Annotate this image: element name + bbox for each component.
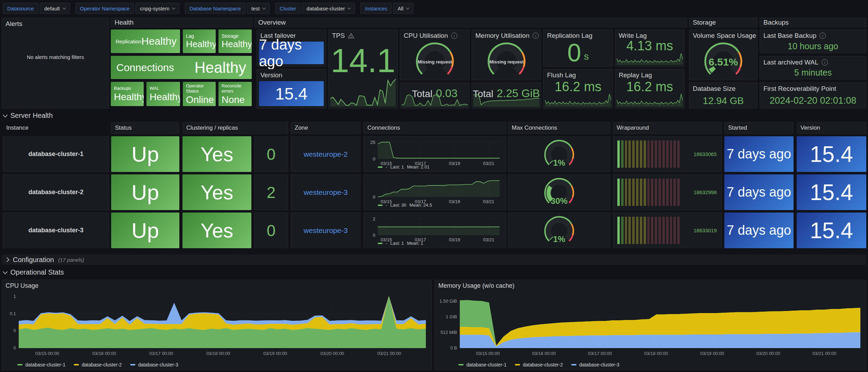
started-tile: 7 days ago (724, 213, 794, 248)
filter-label-operator-namespace[interactable]: Operator Namespace (75, 3, 134, 14)
max-connections-cell: 1% (508, 213, 610, 248)
legend-item-database-cluster-3[interactable]: database-cluster-3 (571, 362, 619, 367)
filter-value-operator-namespace[interactable]: cnpg-system (135, 3, 179, 14)
filter-value-cluster[interactable]: database-cluster (302, 3, 355, 14)
svg-text:03/18 00:00: 03/18 00:00 (206, 351, 230, 356)
replicas-cell: 0 (254, 136, 288, 172)
connections-cell[interactable]: 03/1503/1703/1903/2120-Last: 1Mean: 1 (364, 213, 506, 248)
zone-link[interactable]: westeurope-3 (291, 175, 360, 210)
wraparound-cell: 18633019 (613, 213, 722, 248)
cpu-usage-panel[interactable]: CPU Usage 10.10003/15 00:0003/16 00:0003… (2, 280, 432, 370)
memory-total-panel: Total2.25 GiB (472, 83, 541, 109)
pg-version-value-tile: 15.4 (259, 81, 324, 106)
cpu-total-panel: Total0.03 (400, 83, 469, 109)
svg-text:03/19 00:00: 03/19 00:00 (700, 351, 724, 356)
info-icon[interactable]: i (451, 33, 457, 39)
legend-swatch (130, 364, 135, 365)
wraparound-cell: 18633065 (613, 136, 722, 172)
filter-value-text: default (44, 6, 60, 11)
last-archived-wal-title: Last archived WAL (763, 59, 818, 66)
instance-cell: database-cluster-2 (3, 174, 109, 210)
svg-text:0: 0 (373, 233, 375, 238)
legend-item-database-cluster-2[interactable]: database-cluster-2 (515, 362, 563, 367)
chevron-down-icon (348, 6, 351, 10)
first-recoverability-point-title: First Recoverability Point (760, 83, 866, 95)
svg-text:0: 0 (373, 156, 375, 162)
section-operational-stats[interactable]: Operational Stats (3, 268, 64, 276)
wraparound-bar (644, 179, 646, 206)
legend-label: database-cluster-2 (523, 362, 563, 367)
wraparound-bar (644, 217, 646, 244)
filter-operator-namespace: Operator Namespacecnpg-system (75, 3, 179, 14)
replay-lag-panel: Replay Lag 16.2 ms (615, 69, 684, 109)
health-tile-wal: WALHealthy (146, 82, 180, 106)
column-header-zone: Zone (291, 122, 360, 134)
wraparound-bar (628, 179, 631, 206)
filter-value-datasource[interactable]: default (40, 3, 70, 14)
svg-text:03/15 00:00: 03/15 00:00 (476, 351, 500, 356)
column-header-instance: Instance (3, 122, 109, 134)
cpu-utilisation-gauge: Missing request (400, 40, 469, 80)
section-server-health[interactable]: Server Health (3, 112, 53, 120)
info-icon[interactable]: i (822, 59, 828, 66)
legend-item-database-cluster-1[interactable]: database-cluster-1 (17, 362, 65, 367)
chevron-down-icon (172, 6, 176, 10)
filter-value-instances[interactable]: All (393, 3, 413, 14)
replay-lag-sparkline (617, 93, 683, 107)
health-tile-value: Healthy (186, 40, 213, 49)
connections-legend[interactable]: -Last: 1Mean: 2.01 (378, 164, 429, 170)
legend-series-name: - (386, 164, 387, 170)
column-header-status: Status (111, 122, 179, 134)
connections-legend[interactable]: -Last: 1Mean: 1 (378, 241, 423, 246)
warning-icon[interactable] (348, 33, 354, 38)
zone-link[interactable]: westeurope-3 (291, 213, 360, 248)
health-tile-label: WAL (150, 86, 177, 91)
connections-cell[interactable]: 03/1503/1703/1903/21250-Last: 1Mean: 2.0… (364, 136, 506, 172)
wraparound-bar (625, 140, 627, 168)
memory-usage-panel[interactable]: Memory Usage (w/o cache) 1.50 GiB1 GiB51… (435, 280, 866, 370)
started-tile: 7 days ago (724, 136, 794, 172)
wraparound-bar (636, 140, 638, 168)
connections-legend[interactable]: -Last: 30Mean: 24.5 (378, 202, 432, 208)
wraparound-bars (617, 217, 680, 244)
last-archived-wal-value: 5 minutes (760, 67, 866, 78)
filter-value-database-namespace[interactable]: test (247, 3, 270, 14)
clustering-tile: Yes (182, 174, 251, 210)
wraparound-bar (640, 179, 642, 206)
pg-version-value: 15.4 (275, 84, 307, 103)
section-configuration-bar[interactable]: Configuration (17 panels) (2, 254, 866, 265)
grafana-dashboard: DatasourcedefaultOperator Namespacecnpg-… (0, 0, 868, 372)
alerts-title: Alerts (2, 18, 109, 30)
wraparound-bar (617, 179, 620, 206)
filter-value-text: All (397, 6, 403, 11)
wraparound-bar (640, 217, 642, 244)
first-recoverability-point-value: 2024-02-20 02:01:08 (760, 95, 866, 107)
legend-item-database-cluster-1[interactable]: database-cluster-1 (458, 362, 507, 367)
write-lag-sparkline (617, 52, 683, 65)
section-operational-stats-label: Operational Stats (10, 268, 64, 276)
legend-last: Last: 30 (390, 202, 406, 208)
legend-swatch (515, 364, 520, 365)
replication-lag-panel: Replication Lag 0 s (543, 29, 613, 67)
wraparound-bar (640, 140, 642, 168)
legend-item-database-cluster-2[interactable]: database-cluster-2 (74, 362, 122, 367)
svg-text:03/16 00:00: 03/16 00:00 (532, 351, 556, 356)
info-icon[interactable]: i (533, 33, 539, 39)
wraparound-bar (628, 140, 631, 168)
filter-label-instances[interactable]: Instances (360, 3, 392, 14)
legend-item-database-cluster-3[interactable]: database-cluster-3 (130, 362, 178, 367)
wraparound-bar (662, 217, 665, 244)
flush-lag-value: 16.2 ms (544, 80, 612, 94)
wraparound-bar (677, 217, 680, 244)
info-icon[interactable]: i (820, 33, 826, 39)
connections-cell[interactable]: 03/1503/1703/1903/210-Last: 30Mean: 24.5 (364, 174, 506, 210)
legend-swatch (378, 243, 383, 244)
filter-label-cluster[interactable]: Cluster (275, 3, 301, 14)
wraparound-bar (655, 217, 657, 244)
filter-label-datasource[interactable]: Datasource (3, 3, 38, 14)
legend-last: Last: 1 (390, 164, 404, 170)
filter-label-database-namespace[interactable]: Database Namespace (185, 3, 245, 14)
zone-link[interactable]: westeurope-2 (291, 137, 360, 172)
tps-panel[interactable]: TPS 14.1 (328, 29, 398, 109)
version-tile: 15.4 (797, 213, 866, 248)
